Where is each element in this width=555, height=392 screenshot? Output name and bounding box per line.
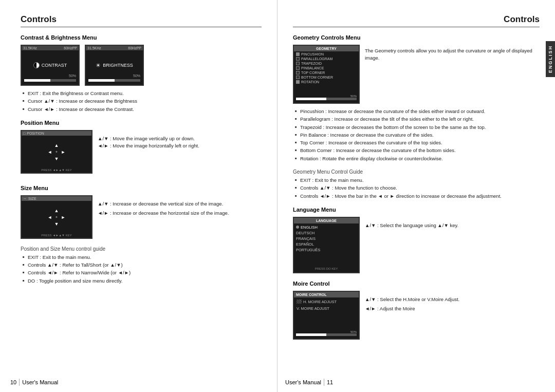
geo-checkbox-pincushion (296, 52, 300, 56)
geometry-row: GEOMETRY PINCUSHION PARALLELOGRAM TRA (293, 45, 540, 104)
geo-item-trapezoid: TRAPEZOID (296, 62, 357, 65)
contrast-icon (33, 62, 40, 68)
brightness-refresh: 60HzPP (128, 46, 141, 50)
geometry-guide-title: Geometry Menu Control Guide (293, 169, 540, 175)
arrow-left: ◄ (47, 149, 53, 155)
moire-bar-fill (296, 333, 326, 336)
brightness-percent: 50% (133, 74, 140, 78)
position-title: Position Menu (21, 120, 262, 126)
geo-label-topcorner: TOP CORNER (301, 71, 325, 74)
language-monitor-row: LANGUAGE ENGLISH DEUTSCH FRANÇAIS (293, 217, 540, 273)
size-monitor: ↔ SIZE ▲ ◄ ✦ ► ▼ (21, 195, 92, 239)
lang-label-portugues: PORTUGUÊS (296, 248, 320, 252)
size-arrow-bottom: ▼ (53, 221, 60, 227)
geo-item-pinbalance: PINBALANCE (296, 66, 357, 70)
brightness-monitor-header: 31.5KHz 60HzPP (86, 46, 143, 50)
left-page-number: 10 (10, 379, 16, 385)
geo-bullet-5: Top Corner : Increase or decreases the c… (295, 139, 540, 146)
geo-label-rotation: ROTATION (301, 80, 319, 84)
size-monitor-header: ↔ SIZE (22, 196, 91, 201)
arrow-center: ✦ (53, 149, 60, 155)
arrow-bottom: ▼ (53, 156, 60, 162)
contrast-brightness-title: Contrast & Brightness Menu (21, 34, 262, 41)
size-desc-2: ◄/► : Increase or decrease the horizonta… (98, 210, 229, 217)
language-title: Language Menu (293, 207, 540, 213)
size-arrow-bottomleft (47, 221, 53, 227)
arrow-bottomleft (47, 156, 53, 162)
geometry-bullets: Pincushion : Increase or decrease the cu… (293, 108, 540, 162)
language-desc: ▲/▼ : Select the language using ▲/▼ key. (365, 217, 458, 229)
brightness-label: ☀ BRIGHTNESS (96, 62, 133, 69)
brightness-bar-fill (88, 79, 115, 82)
moire-title: Moire Control (293, 281, 540, 287)
right-page: Controls ENGLISH Geometry Controls Menu … (278, 0, 555, 392)
size-arrow-top: ▲ (53, 208, 60, 214)
lang-dot-english (296, 226, 299, 229)
gg-bullet-1: EXIT : Exit to the main menu. (295, 177, 540, 183)
right-footer-divider (324, 379, 324, 386)
language-desc-text: ▲/▼ : Select the language using ▲/▼ key. (365, 222, 458, 228)
brightness-freq: 31.5KHz (87, 46, 101, 50)
control-guide-section: Position and Size Menu control guide EXI… (21, 246, 262, 284)
arrow-top: ▲ (53, 142, 60, 148)
cg-bullet-3: Controls ◄/► : Refer to Narrow/Wide (or … (23, 269, 262, 276)
geo-label-pincushion: PINCUSHION (301, 52, 324, 56)
geometry-section: Geometry Controls Menu GEOMETRY PINCUSHI… (293, 34, 540, 162)
geo-checkbox-rotation (296, 80, 300, 84)
position-desc-1: ▲/▼ : Move the image vertically up or do… (98, 135, 199, 142)
moire-label-h: H. MOIRE ADJUST (303, 300, 337, 304)
geo-checkbox-bottomcorner (296, 76, 300, 79)
geo-item-topcorner: TOP CORNER (296, 71, 357, 74)
right-page-number: 11 (327, 379, 333, 385)
moire-label-v: V. MOIRE ADJUST (297, 306, 329, 311)
cb-bullet-2: Cursor ▲/▼ : Increase or decrease the Br… (23, 98, 262, 104)
moire-bar-container: 50% (296, 330, 357, 336)
geo-item-parallelogram: PARALLELOGRAM (296, 57, 357, 61)
contrast-bar-bg (24, 79, 76, 82)
size-title: Size Menu (21, 185, 262, 191)
geo-item-bottomcorner: BOTTOM CORNER (296, 76, 357, 79)
geo-bar-bg (296, 98, 357, 100)
geometry-monitor-header: GEOMETRY (294, 46, 359, 51)
contrast-bar-container: 50% (24, 79, 76, 82)
geometry-guide-bullets: EXIT : Exit to the main menu. Controls ▲… (293, 177, 540, 199)
lang-label-deutsch: DEUTSCH (296, 231, 314, 235)
lang-item-portugues: PORTUGUÊS (296, 248, 357, 252)
right-manual-label: User's Manual (285, 379, 321, 385)
moire-monitor-row: MOIRE CONTROL H. MOIRE ADJUST V. MOIRE A… (293, 291, 540, 340)
language-monitor: LANGUAGE ENGLISH DEUTSCH FRANÇAIS (293, 217, 360, 273)
language-monitor-list: ENGLISH DEUTSCH FRANÇAIS ESPAÑOL PORTUGU (294, 223, 359, 255)
right-page-title: Controls (293, 14, 540, 27)
geo-label-parallelogram: PARALLELOGRAM (301, 57, 332, 61)
brightness-bar-container: 50% (88, 79, 140, 82)
brightness-text: BRIGHTNESS (103, 63, 133, 68)
moire-item-h: H. MOIRE ADJUST (297, 300, 356, 304)
geo-label-trapezoid: TRAPEZOID (301, 62, 322, 65)
control-guide-title: Position and Size Menu control guide (21, 246, 262, 252)
language-section: Language Menu LANGUAGE ENGLISH DEUTSCH F… (293, 207, 540, 273)
contrast-brightness-bullets: EXIT : Exit the Brightness or Contrast m… (21, 90, 262, 113)
arrow-right: ► (60, 149, 66, 155)
geo-item-rotation: ROTATION (296, 80, 357, 84)
size-arrow-bottomright (60, 221, 66, 227)
geometry-monitor: GEOMETRY PINCUSHION PARALLELOGRAM TRA (293, 45, 360, 104)
position-monitor-row: □ POSITION ▲ ◄ ✦ ► ▼ (21, 130, 262, 178)
size-desc: ▲/▼ : Increase or decrease the vertical … (98, 195, 229, 217)
lang-item-deutsch: DEUTSCH (296, 231, 357, 235)
cb-bullet-1: EXIT : Exit the Brightness or Contrast m… (23, 90, 262, 97)
moire-monitor: MOIRE CONTROL H. MOIRE ADJUST V. MOIRE A… (293, 291, 360, 340)
monitor-row: 31.5KHz 60HzPP CONTRAST 50% (21, 45, 262, 86)
moire-desc-1: ▲/▼ : Select the H.Moire or V.Moire Adju… (365, 296, 459, 303)
brightness-bar-bg (88, 79, 140, 82)
contrast-bar-fill (24, 79, 50, 82)
contrast-monitor-header: 31.5KHz 60HzPP (22, 46, 79, 50)
size-monitor-row: ↔ SIZE ▲ ◄ ✦ ► ▼ (21, 195, 262, 239)
cg-bullet-4: DO : Toggle position and size menu direc… (23, 277, 262, 284)
position-section: Position Menu □ POSITION ▲ ◄ ✦ (21, 120, 262, 178)
size-arrow-topright (60, 208, 66, 214)
left-page-title: Controls (21, 14, 262, 27)
language-monitor-header: LANGUAGE (294, 218, 359, 223)
moire-section: Moire Control MOIRE CONTROL H. MOIRE ADJ… (293, 281, 540, 340)
geometry-desc-text: The Geometry controls allow you to adjus… (365, 48, 532, 61)
left-page: Controls Contrast & Brightness Menu 31.5… (0, 0, 278, 392)
